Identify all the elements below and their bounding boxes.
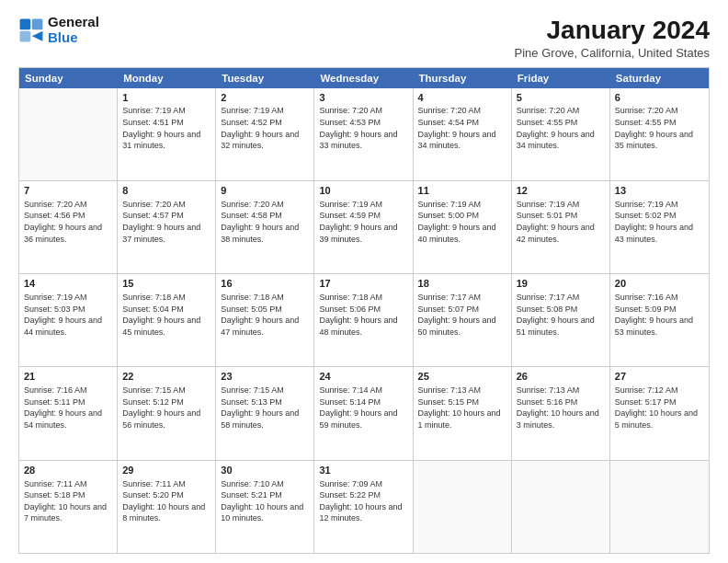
cell-info: Sunrise: 7:09 AM Sunset: 5:22 PM Dayligh… [319,478,407,524]
cell-info: Sunrise: 7:20 AM Sunset: 4:54 PM Dayligh… [418,105,506,151]
calendar-cell: 16Sunrise: 7:18 AM Sunset: 5:05 PM Dayli… [216,274,314,366]
cell-info: Sunrise: 7:10 AM Sunset: 5:21 PM Dayligh… [221,478,309,524]
calendar-cell: 9Sunrise: 7:20 AM Sunset: 4:58 PM Daylig… [216,181,314,273]
calendar-row: 21Sunrise: 7:16 AM Sunset: 5:11 PM Dayli… [19,367,709,460]
calendar-cell: 30Sunrise: 7:10 AM Sunset: 5:21 PM Dayli… [216,461,314,553]
day-number: 20 [615,277,704,291]
day-number: 21 [24,370,112,384]
calendar-cell: 15Sunrise: 7:18 AM Sunset: 5:04 PM Dayli… [118,274,216,366]
cell-info: Sunrise: 7:17 AM Sunset: 5:07 PM Dayligh… [418,292,506,338]
calendar-cell: 24Sunrise: 7:14 AM Sunset: 5:14 PM Dayli… [314,367,413,459]
day-number: 26 [517,370,605,384]
calendar-body: 1Sunrise: 7:19 AM Sunset: 4:51 PM Daylig… [19,88,709,553]
calendar-cell: 21Sunrise: 7:16 AM Sunset: 5:11 PM Dayli… [19,367,118,459]
calendar-header: SundayMondayTuesdayWednesdayThursdayFrid… [19,68,709,88]
calendar-cell: 10Sunrise: 7:19 AM Sunset: 4:59 PM Dayli… [314,181,413,273]
calendar-header-day: Thursday [414,68,512,88]
calendar: SundayMondayTuesdayWednesdayThursdayFrid… [18,67,710,554]
day-number: 18 [418,277,506,291]
calendar-cell: 31Sunrise: 7:09 AM Sunset: 5:22 PM Dayli… [314,461,413,553]
day-number: 3 [319,91,407,105]
cell-info: Sunrise: 7:18 AM Sunset: 5:04 PM Dayligh… [122,292,210,338]
day-number: 7 [24,184,112,198]
day-number: 8 [122,184,210,198]
calendar-header-day: Friday [512,68,610,88]
calendar-cell [414,461,512,553]
calendar-row: 14Sunrise: 7:19 AM Sunset: 5:03 PM Dayli… [19,274,709,367]
logo-general: General [48,15,99,30]
cell-info: Sunrise: 7:13 AM Sunset: 5:15 PM Dayligh… [418,385,506,431]
cell-info: Sunrise: 7:11 AM Sunset: 5:20 PM Dayligh… [122,478,210,524]
calendar-cell: 20Sunrise: 7:16 AM Sunset: 5:09 PM Dayli… [610,274,709,366]
day-number: 6 [615,91,704,105]
day-number: 17 [319,277,407,291]
cell-info: Sunrise: 7:19 AM Sunset: 4:51 PM Dayligh… [122,105,210,151]
cell-info: Sunrise: 7:19 AM Sunset: 4:59 PM Dayligh… [319,199,407,245]
calendar-cell: 25Sunrise: 7:13 AM Sunset: 5:15 PM Dayli… [414,367,512,459]
calendar-row: 1Sunrise: 7:19 AM Sunset: 4:51 PM Daylig… [19,88,709,181]
day-number: 28 [24,464,112,477]
day-number: 13 [615,184,704,198]
cell-info: Sunrise: 7:11 AM Sunset: 5:18 PM Dayligh… [24,478,112,524]
svg-rect-1 [32,18,43,29]
logo-icon [18,17,44,43]
cell-info: Sunrise: 7:20 AM Sunset: 4:56 PM Dayligh… [24,199,112,245]
cell-info: Sunrise: 7:20 AM Sunset: 4:57 PM Dayligh… [122,199,210,245]
calendar-cell: 1Sunrise: 7:19 AM Sunset: 4:51 PM Daylig… [118,88,216,180]
cell-info: Sunrise: 7:14 AM Sunset: 5:14 PM Dayligh… [319,385,407,431]
page: General Blue January 2024 Pine Grove, Ca… [0,0,728,563]
title-block: January 2024 Pine Grove, California, Uni… [515,15,710,60]
calendar-cell: 17Sunrise: 7:18 AM Sunset: 5:06 PM Dayli… [314,274,413,366]
calendar-cell: 7Sunrise: 7:20 AM Sunset: 4:56 PM Daylig… [19,181,118,273]
cell-info: Sunrise: 7:15 AM Sunset: 5:13 PM Dayligh… [221,385,309,431]
logo: General Blue [18,15,99,45]
cell-info: Sunrise: 7:20 AM Sunset: 4:55 PM Dayligh… [615,105,704,151]
calendar-cell: 19Sunrise: 7:17 AM Sunset: 5:08 PM Dayli… [512,274,610,366]
day-number: 1 [122,91,210,105]
day-number: 9 [221,184,309,198]
day-number: 29 [122,464,210,477]
calendar-header-day: Sunday [19,68,118,88]
calendar-cell: 5Sunrise: 7:20 AM Sunset: 4:55 PM Daylig… [512,88,610,180]
calendar-cell: 3Sunrise: 7:20 AM Sunset: 4:53 PM Daylig… [314,88,413,180]
calendar-cell: 11Sunrise: 7:19 AM Sunset: 5:00 PM Dayli… [414,181,512,273]
calendar-header-day: Tuesday [216,68,314,88]
cell-info: Sunrise: 7:17 AM Sunset: 5:08 PM Dayligh… [517,292,605,338]
day-number: 14 [24,277,112,291]
calendar-cell [610,461,709,553]
svg-rect-2 [20,30,31,41]
cell-info: Sunrise: 7:19 AM Sunset: 5:03 PM Dayligh… [24,292,112,338]
cell-info: Sunrise: 7:20 AM Sunset: 4:53 PM Dayligh… [319,105,407,151]
day-number: 10 [319,184,407,198]
calendar-header-day: Wednesday [314,68,413,88]
subtitle: Pine Grove, California, United States [515,46,710,60]
day-number: 30 [221,464,309,477]
header: General Blue January 2024 Pine Grove, Ca… [18,15,710,60]
logo-text: General Blue [48,15,99,45]
day-number: 19 [517,277,605,291]
day-number: 4 [418,91,506,105]
calendar-cell: 12Sunrise: 7:19 AM Sunset: 5:01 PM Dayli… [512,181,610,273]
logo-blue: Blue [48,30,99,46]
calendar-cell: 2Sunrise: 7:19 AM Sunset: 4:52 PM Daylig… [216,88,314,180]
cell-info: Sunrise: 7:20 AM Sunset: 4:58 PM Dayligh… [221,199,309,245]
calendar-row: 28Sunrise: 7:11 AM Sunset: 5:18 PM Dayli… [19,461,709,553]
calendar-cell [19,88,118,180]
calendar-row: 7Sunrise: 7:20 AM Sunset: 4:56 PM Daylig… [19,181,709,274]
svg-marker-3 [32,30,43,40]
day-number: 5 [517,91,605,105]
cell-info: Sunrise: 7:12 AM Sunset: 5:17 PM Dayligh… [615,385,704,431]
cell-info: Sunrise: 7:13 AM Sunset: 5:16 PM Dayligh… [517,385,605,431]
cell-info: Sunrise: 7:19 AM Sunset: 5:00 PM Dayligh… [418,199,506,245]
day-number: 23 [221,370,309,384]
cell-info: Sunrise: 7:19 AM Sunset: 5:02 PM Dayligh… [615,199,704,245]
calendar-cell: 29Sunrise: 7:11 AM Sunset: 5:20 PM Dayli… [118,461,216,553]
day-number: 16 [221,277,309,291]
calendar-cell [512,461,610,553]
cell-info: Sunrise: 7:18 AM Sunset: 5:06 PM Dayligh… [319,292,407,338]
calendar-cell: 8Sunrise: 7:20 AM Sunset: 4:57 PM Daylig… [118,181,216,273]
calendar-cell: 4Sunrise: 7:20 AM Sunset: 4:54 PM Daylig… [414,88,512,180]
day-number: 2 [221,91,309,105]
day-number: 12 [517,184,605,198]
calendar-cell: 13Sunrise: 7:19 AM Sunset: 5:02 PM Dayli… [610,181,709,273]
